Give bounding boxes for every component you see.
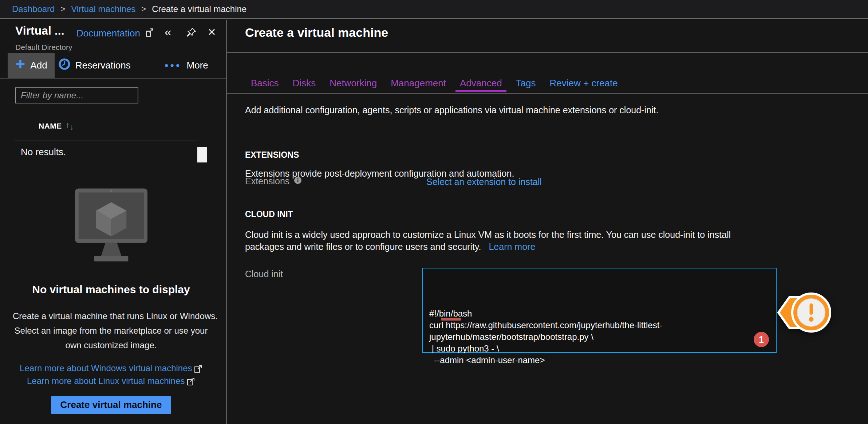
- empty-state: No virtual machines to display Create a …: [13, 282, 209, 414]
- empty-state-text-line: Create a virtual machine that runs Linux…: [13, 309, 209, 323]
- learn-windows-vm-link[interactable]: Learn more about Windows virtual machine…: [20, 363, 192, 373]
- more-button[interactable]: ••• More: [165, 53, 208, 78]
- tutorial-exclamation-callout-icon: [773, 287, 840, 340]
- code-line: #!/bin/bash: [429, 308, 769, 319]
- add-button[interactable]: Add: [8, 53, 55, 78]
- cloud-init-description: Cloud init is a widely used approach to …: [245, 229, 731, 253]
- tab-networking[interactable]: Networking: [330, 75, 377, 92]
- breadcrumb-separator: >: [141, 4, 146, 14]
- list-divider: [15, 141, 197, 141]
- learn-more-link[interactable]: Learn more: [489, 242, 535, 252]
- cloud-init-field-label: Cloud init: [245, 269, 283, 279]
- reservations-label: Reservations: [75, 60, 131, 71]
- code-line: --admin <admin-user-name>: [429, 354, 769, 366]
- toolbar-divider: [0, 78, 226, 79]
- tab-disks[interactable]: Disks: [293, 75, 316, 92]
- filter-input[interactable]: [15, 87, 138, 103]
- breadcrumb-separator: >: [60, 4, 65, 14]
- external-link-icon: [145, 28, 154, 39]
- select-extension-link[interactable]: Select an extension to install: [426, 177, 542, 187]
- breadcrumb-current: Create a virtual machine: [152, 4, 246, 14]
- external-link-icon: [194, 365, 202, 375]
- more-label: More: [187, 60, 208, 71]
- name-column-header[interactable]: NAME: [39, 122, 62, 130]
- documentation-link[interactable]: Documentation: [76, 28, 140, 39]
- code-line: curl https://raw.githubusercontent.com/j…: [429, 319, 769, 331]
- pin-icon[interactable]: [186, 27, 197, 39]
- empty-state-text-line: own customized image.: [13, 338, 209, 353]
- spellcheck-underline: [441, 318, 461, 321]
- advanced-intro-text: Add additional configuration, agents, sc…: [245, 105, 658, 115]
- plus-icon: [15, 59, 26, 72]
- breadcrumb-virtual-machines[interactable]: Virtual machines: [71, 4, 135, 14]
- learn-linux-vm-link[interactable]: Learn more about Linux virtual machines: [27, 376, 185, 386]
- extensions-field-label: Extensions: [245, 176, 302, 187]
- reservations-button[interactable]: Reservations: [58, 53, 131, 78]
- page-title: Create a virtual machine: [245, 25, 388, 40]
- clock-icon: [58, 58, 71, 73]
- tab-basics[interactable]: Basics: [251, 75, 279, 92]
- breadcrumb-dashboard[interactable]: Dashboard: [12, 4, 55, 14]
- vm-monitor-illustration: [75, 188, 147, 270]
- empty-state-heading: No virtual machines to display: [13, 282, 209, 297]
- code-line: jupyterhub/master/bootstrap/bootstrap.py…: [429, 331, 769, 343]
- header-divider: [227, 52, 868, 53]
- external-link-icon: [186, 377, 195, 388]
- wizard-tabs: BasicsDisksNetworkingManagementAdvancedT…: [251, 75, 618, 92]
- create-virtual-machine-button[interactable]: Create virtual machine: [51, 396, 171, 414]
- close-blade-icon[interactable]: ✕: [208, 26, 216, 38]
- extensions-section-heading: EXTENSIONS: [245, 150, 299, 160]
- tab-management[interactable]: Management: [391, 75, 446, 92]
- info-icon[interactable]: [294, 176, 302, 187]
- collapse-blade-icon[interactable]: «: [165, 25, 171, 39]
- ellipsis-icon: •••: [165, 62, 182, 69]
- tab-tags[interactable]: Tags: [516, 75, 536, 92]
- scrollbar-thumb[interactable]: [197, 147, 207, 162]
- create-vm-pane: Create a virtual machine BasicsDisksNetw…: [227, 20, 868, 424]
- tab-advanced[interactable]: Advanced: [460, 75, 502, 92]
- tab-review-create[interactable]: Review + create: [550, 75, 618, 92]
- empty-state-text-line: Select an image from the marketplace or …: [13, 323, 209, 338]
- annotation-badge: 1: [754, 332, 769, 347]
- no-results-text: No results.: [21, 146, 66, 158]
- cloud-init-textarea[interactable]: #!/bin/bashcurl https://raw.githubuserco…: [422, 268, 777, 353]
- virtual-machines-blade: Virtual ... Documentation « ✕ Default Di…: [0, 20, 226, 424]
- tabs-divider: [227, 93, 868, 94]
- blade-title: Virtual ...: [15, 24, 64, 38]
- sort-icon[interactable]: ↑↓: [66, 120, 74, 130]
- breadcrumb: Dashboard > Virtual machines > Create a …: [0, 0, 868, 19]
- directory-subtitle: Default Directory: [15, 43, 72, 52]
- cloud-init-section-heading: CLOUD INIT: [245, 209, 293, 219]
- code-line: | sudo python3 - \: [429, 343, 769, 354]
- add-label: Add: [30, 60, 47, 71]
